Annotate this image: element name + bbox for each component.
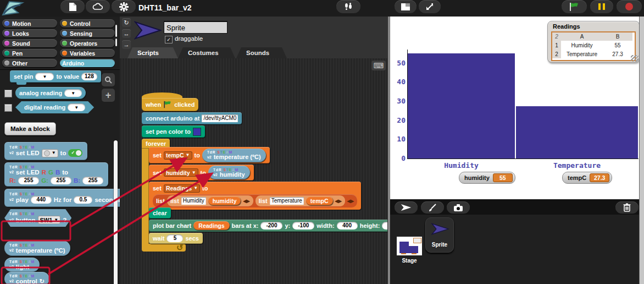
digital-pin-dropdown[interactable]: ▼ [68,103,85,111]
rotate-flip-button[interactable]: ↔ [122,29,131,38]
led-g-input[interactable]: 255 [51,177,71,184]
watcher-tempc[interactable]: tempC 27.3 [562,172,612,184]
sprite-name-input[interactable] [164,21,227,34]
reporter-list-humidity[interactable]: list Humidity humidity ◀▶ [167,195,253,206]
palette-block-temperature[interactable]: TdR STEAM v2 temperature (ºC) [4,241,70,256]
tab-costumes[interactable]: Costumes [178,47,235,58]
led-b-input[interactable]: 255 [82,177,103,184]
settings-menu-button[interactable] [112,0,136,13]
digital-watcher-checkbox[interactable] [4,104,12,112]
table-cell[interactable]: 55 [603,41,632,50]
analog-watcher-checkbox[interactable] [4,90,12,97]
pane-divider-handle[interactable] [115,25,117,37]
category-sensing[interactable]: Sensing [60,29,115,37]
tab-scripts[interactable]: Scripts [127,47,178,58]
list-arrows[interactable]: ◀▶ [335,199,342,204]
palette-block-set-pin[interactable]: set pin ▼ to value 128 [10,70,101,83]
palette-block-analog-reading[interactable]: analog reading ▼ [15,87,86,99]
block-set-tempc[interactable]: set tempC▼ to TdR STEAM v2 temperature (… [149,147,270,163]
palette-block-control[interactable]: TdR STEAM v2 control ↻ [4,272,49,284]
list-arrows[interactable]: ◀▶ [347,199,354,204]
category-looks[interactable]: Looks [2,29,57,37]
draggable-checkbox[interactable]: ✓ [165,36,173,43]
visible-stepping-button[interactable] [336,0,360,13]
camera-sprite-button[interactable] [447,201,470,214]
stage-size-button[interactable] [395,0,417,13]
analog-pin-dropdown[interactable]: ▼ [64,89,82,97]
category-pen[interactable]: Pen [2,49,57,57]
stop-button[interactable] [617,0,642,13]
block-connect-arduino[interactable]: connect arduino at /dev/ttyACM0 [142,112,242,124]
file-menu-button[interactable] [60,0,85,13]
category-operators[interactable]: Operators [60,39,115,47]
table-cell[interactable]: Temperature [561,50,603,58]
var-tempc-oval[interactable]: tempC [306,196,333,205]
stage[interactable]: 01020304050HumidityTemperature humidity … [390,17,639,199]
var-readings-oval[interactable]: Readings [193,221,229,230]
pen-color-swatch[interactable] [193,128,201,136]
category-motion[interactable]: Motion [2,19,57,28]
tempc-var-dropdown[interactable]: tempC▼ [164,151,192,160]
block-set-pen-color[interactable]: set pen color to [142,125,205,138]
led-r-input[interactable]: 255 [18,177,39,184]
reporter-list-temperature[interactable]: list Temperature tempC ◀▶ [256,195,345,206]
palette-block-set-led-rgb[interactable]: TdR STEAM v2 set LED R G B to R: 255 G: … [4,162,108,187]
list-arrows[interactable]: ◀▶ [243,199,249,204]
plot-width-input[interactable]: 400 [337,222,358,230]
reporter-outer-list[interactable]: list list Humidity humidity ◀▶ list Temp… [153,194,357,207]
trash-button[interactable] [615,201,639,214]
watcher-humidity[interactable]: humidity 55 [459,172,515,184]
cloud-menu-button[interactable] [86,0,110,13]
play-hz-input[interactable]: 440 [31,196,52,204]
wait-secs-input[interactable]: 5 [166,234,183,242]
block-set-humidity[interactable]: set humidity▼ to TdR STEAM v2 humidity [149,165,254,181]
block-plot-bar-chart[interactable]: plot bar chart Readings bars at x: -200 … [149,220,407,232]
block-clear[interactable]: clear [149,207,171,219]
watcher-readings-table[interactable]: Readings 2 A B 1 Humidity 55 2 Temperatu… [547,21,639,63]
rotate-freely-button[interactable]: ↻ [122,18,131,27]
play-dur-input[interactable]: 0.5 [74,196,92,204]
add-block-button[interactable]: + [102,89,115,102]
search-blocks-button[interactable] [102,73,115,86]
plot-y-input[interactable]: -100 [292,222,314,230]
palette-block-button[interactable]: TdR STEAM v2 button SW1▼ ? [4,209,71,227]
tab-sounds[interactable]: Sounds [236,47,287,58]
green-flag-button[interactable] [562,0,587,13]
palette-block-play-tone[interactable]: TdR STEAM v2 play 440 Hz for 0.5 seconds [4,189,125,207]
category-arduino[interactable]: Arduino [60,59,115,67]
pause-button[interactable] [590,0,613,13]
category-other[interactable]: Other [2,59,57,67]
category-control[interactable]: Control [60,19,115,28]
table-cell[interactable]: Humidity [561,41,603,50]
led-toggle[interactable]: ✓ [68,149,82,157]
keyboard-entry-button[interactable]: ⌨ [371,61,386,70]
reporter-humidity[interactable]: TdR STEAM v2 humidity [208,166,250,179]
block-when-flag-clicked[interactable]: when clicked [142,98,198,111]
pin-dropdown[interactable]: ▼ [35,73,54,80]
plot-x-input[interactable]: -200 [260,222,282,230]
category-variables[interactable]: Variables [60,49,115,57]
humidity-var-dropdown[interactable]: humidity▼ [164,168,198,177]
block-set-readings[interactable]: set Readings▼ to list list Humidity humi… [149,182,361,210]
port-input[interactable]: /dev/ttyACM0 [202,114,238,122]
block-wait[interactable]: wait 5 secs [149,233,203,244]
reporter-temperature[interactable]: TdR STEAM v2 temperature (ºC) [202,149,266,162]
var-humidity-oval[interactable]: humidity [208,196,241,205]
list-item-input[interactable]: Humidity [181,197,206,205]
fullscreen-button[interactable] [419,0,441,13]
stage-tile[interactable]: Stage [397,237,422,263]
category-sound[interactable]: Sound [2,39,57,47]
table-cell[interactable]: 27.3 [603,50,632,58]
readings-var-dropdown[interactable]: Readings▼ [164,184,200,193]
palette-scrollbar[interactable] [114,140,118,284]
palette-block-digital-reading[interactable]: digital reading ▼ [15,101,94,113]
palette-block-set-led[interactable]: TdR STEAM v2 set LED ▼ to ✓ [4,142,87,160]
table-resize-handle[interactable] [631,55,639,62]
led-dropdown[interactable]: ▼ [42,149,58,157]
make-a-block-button[interactable]: Make a block [4,122,56,135]
paint-sprite-button[interactable] [421,201,444,214]
app-logo[interactable] [2,1,25,16]
pin-value-input[interactable]: 128 [81,73,97,80]
new-turtle-sprite-button[interactable] [395,201,418,214]
list-item-input[interactable]: Temperature [270,197,304,205]
